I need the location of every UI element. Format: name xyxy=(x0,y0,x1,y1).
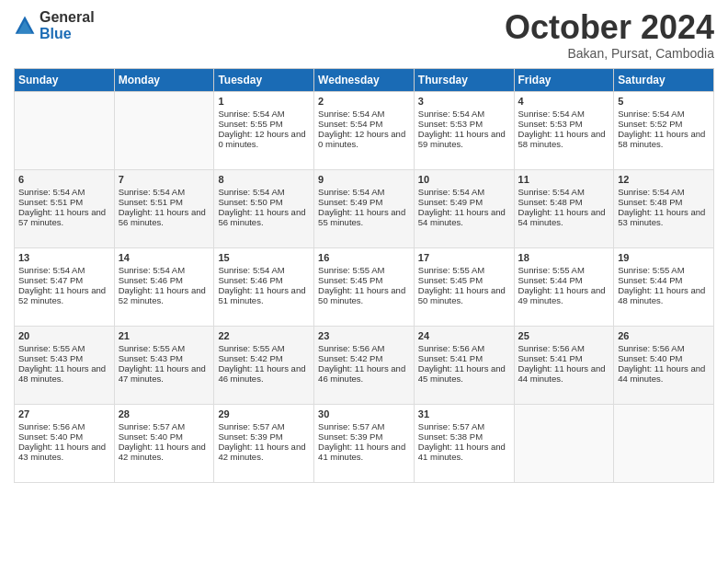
sunrise-text: Sunrise: 5:56 AM xyxy=(518,343,585,353)
daylight-text: Daylight: 11 hours and 46 minutes. xyxy=(318,363,405,384)
sunset-text: Sunset: 5:48 PM xyxy=(518,197,583,207)
day-number: 10 xyxy=(418,174,510,185)
day-number: 19 xyxy=(618,252,710,263)
month-title: October 2024 xyxy=(505,9,714,46)
daylight-text: Daylight: 11 hours and 48 minutes. xyxy=(618,285,705,305)
daylight-text: Daylight: 11 hours and 59 minutes. xyxy=(418,129,506,149)
calendar-header: Sunday Monday Tuesday Wednesday Thursday… xyxy=(15,68,714,91)
logo-general: General xyxy=(40,9,95,25)
sunset-text: Sunset: 5:39 PM xyxy=(218,431,282,442)
daylight-text: Daylight: 11 hours and 52 minutes. xyxy=(18,285,106,305)
sunrise-text: Sunrise: 5:54 AM xyxy=(318,187,384,197)
calendar-cell: 19 Sunrise: 5:55 AM Sunset: 5:44 PM Dayl… xyxy=(614,247,714,326)
sunrise-text: Sunrise: 5:57 AM xyxy=(119,421,185,431)
col-thursday: Thursday xyxy=(414,68,514,91)
calendar-week-5: 27 Sunrise: 5:56 AM Sunset: 5:40 PM Dayl… xyxy=(15,404,714,482)
sunset-text: Sunset: 5:49 PM xyxy=(418,197,483,207)
daylight-text: Daylight: 11 hours and 41 minutes. xyxy=(418,442,506,462)
location: Bakan, Pursat, Cambodia xyxy=(505,46,714,61)
daylight-text: Daylight: 11 hours and 44 minutes. xyxy=(518,363,606,384)
calendar-cell: 20 Sunrise: 5:55 AM Sunset: 5:43 PM Dayl… xyxy=(15,326,115,404)
daylight-text: Daylight: 11 hours and 53 minutes. xyxy=(618,207,705,227)
sunset-text: Sunset: 5:46 PM xyxy=(218,275,282,285)
day-number: 2 xyxy=(318,96,410,107)
day-number: 12 xyxy=(618,174,710,185)
logo: General Blue xyxy=(14,9,95,42)
day-number: 1 xyxy=(218,96,310,107)
sunset-text: Sunset: 5:51 PM xyxy=(18,197,83,207)
header: General Blue October 2024 Bakan, Pursat,… xyxy=(14,9,714,61)
sunset-text: Sunset: 5:39 PM xyxy=(318,431,382,442)
sunset-text: Sunset: 5:48 PM xyxy=(618,197,682,207)
day-number: 26 xyxy=(618,330,710,341)
daylight-text: Daylight: 11 hours and 57 minutes. xyxy=(18,207,106,227)
sunset-text: Sunset: 5:54 PM xyxy=(318,119,382,129)
day-number: 17 xyxy=(418,252,510,263)
day-number: 14 xyxy=(119,252,210,263)
sunset-text: Sunset: 5:41 PM xyxy=(418,353,483,363)
calendar-cell: 6 Sunrise: 5:54 AM Sunset: 5:51 PM Dayli… xyxy=(15,169,115,247)
day-number: 21 xyxy=(119,330,210,341)
daylight-text: Daylight: 11 hours and 55 minutes. xyxy=(318,207,405,227)
calendar-cell: 11 Sunrise: 5:54 AM Sunset: 5:48 PM Dayl… xyxy=(514,169,614,247)
calendar-cell: 29 Sunrise: 5:57 AM Sunset: 5:39 PM Dayl… xyxy=(214,404,314,482)
sunrise-text: Sunrise: 5:55 AM xyxy=(318,265,384,275)
sunrise-text: Sunrise: 5:57 AM xyxy=(418,421,484,431)
day-number: 30 xyxy=(318,408,410,419)
logo-blue: Blue xyxy=(40,26,72,41)
daylight-text: Daylight: 11 hours and 58 minutes. xyxy=(518,129,606,149)
col-tuesday: Tuesday xyxy=(214,68,314,91)
daylight-text: Daylight: 11 hours and 56 minutes. xyxy=(218,207,305,227)
daylight-text: Daylight: 11 hours and 46 minutes. xyxy=(218,363,305,384)
sunset-text: Sunset: 5:47 PM xyxy=(18,275,83,285)
daylight-text: Daylight: 11 hours and 58 minutes. xyxy=(618,129,705,149)
daylight-text: Daylight: 12 hours and 0 minutes. xyxy=(218,129,305,149)
sunset-text: Sunset: 5:40 PM xyxy=(119,431,183,442)
calendar-cell: 4 Sunrise: 5:54 AM Sunset: 5:53 PM Dayli… xyxy=(514,91,614,169)
calendar-cell xyxy=(15,91,115,169)
daylight-text: Daylight: 11 hours and 43 minutes. xyxy=(18,442,106,462)
daylight-text: Daylight: 11 hours and 50 minutes. xyxy=(418,285,506,305)
calendar-cell: 8 Sunrise: 5:54 AM Sunset: 5:50 PM Dayli… xyxy=(214,169,314,247)
sunrise-text: Sunrise: 5:55 AM xyxy=(218,343,284,353)
daylight-text: Daylight: 11 hours and 42 minutes. xyxy=(218,442,305,462)
day-number: 27 xyxy=(18,408,110,419)
calendar-week-4: 20 Sunrise: 5:55 AM Sunset: 5:43 PM Dayl… xyxy=(15,326,714,404)
calendar-week-3: 13 Sunrise: 5:54 AM Sunset: 5:47 PM Dayl… xyxy=(15,247,714,326)
day-number: 8 xyxy=(218,174,310,185)
day-number: 22 xyxy=(218,330,310,341)
day-number: 7 xyxy=(119,174,210,185)
calendar-cell: 1 Sunrise: 5:54 AM Sunset: 5:55 PM Dayli… xyxy=(214,91,314,169)
calendar-cell: 30 Sunrise: 5:57 AM Sunset: 5:39 PM Dayl… xyxy=(314,404,415,482)
calendar-cell: 25 Sunrise: 5:56 AM Sunset: 5:41 PM Dayl… xyxy=(514,326,614,404)
sunrise-text: Sunrise: 5:54 AM xyxy=(418,187,484,197)
daylight-text: Daylight: 12 hours and 0 minutes. xyxy=(318,129,405,149)
daylight-text: Daylight: 11 hours and 54 minutes. xyxy=(518,207,606,227)
sunset-text: Sunset: 5:55 PM xyxy=(218,119,282,129)
page-container: General Blue October 2024 Bakan, Pursat,… xyxy=(0,0,728,492)
title-area: October 2024 Bakan, Pursat, Cambodia xyxy=(505,9,714,61)
col-wednesday: Wednesday xyxy=(314,68,415,91)
calendar-cell: 9 Sunrise: 5:54 AM Sunset: 5:49 PM Dayli… xyxy=(314,169,415,247)
sunrise-text: Sunrise: 5:54 AM xyxy=(518,187,585,197)
calendar-cell: 27 Sunrise: 5:56 AM Sunset: 5:40 PM Dayl… xyxy=(15,404,115,482)
sunset-text: Sunset: 5:38 PM xyxy=(418,431,483,442)
calendar-cell: 7 Sunrise: 5:54 AM Sunset: 5:51 PM Dayli… xyxy=(114,169,214,247)
calendar-cell xyxy=(514,404,614,482)
col-sunday: Sunday xyxy=(15,68,115,91)
sunset-text: Sunset: 5:42 PM xyxy=(218,353,282,363)
sunrise-text: Sunrise: 5:57 AM xyxy=(318,421,384,431)
daylight-text: Daylight: 11 hours and 48 minutes. xyxy=(18,363,106,384)
day-number: 29 xyxy=(218,408,310,419)
sunrise-text: Sunrise: 5:55 AM xyxy=(618,265,684,275)
calendar-cell: 23 Sunrise: 5:56 AM Sunset: 5:42 PM Dayl… xyxy=(314,326,415,404)
sunrise-text: Sunrise: 5:56 AM xyxy=(18,421,85,431)
sunrise-text: Sunrise: 5:57 AM xyxy=(218,421,284,431)
sunset-text: Sunset: 5:52 PM xyxy=(618,119,682,129)
sunset-text: Sunset: 5:43 PM xyxy=(18,353,83,363)
header-row: Sunday Monday Tuesday Wednesday Thursday… xyxy=(15,68,714,91)
day-number: 18 xyxy=(518,252,610,263)
sunrise-text: Sunrise: 5:54 AM xyxy=(318,109,384,119)
sunset-text: Sunset: 5:50 PM xyxy=(218,197,282,207)
daylight-text: Daylight: 11 hours and 56 minutes. xyxy=(119,207,206,227)
